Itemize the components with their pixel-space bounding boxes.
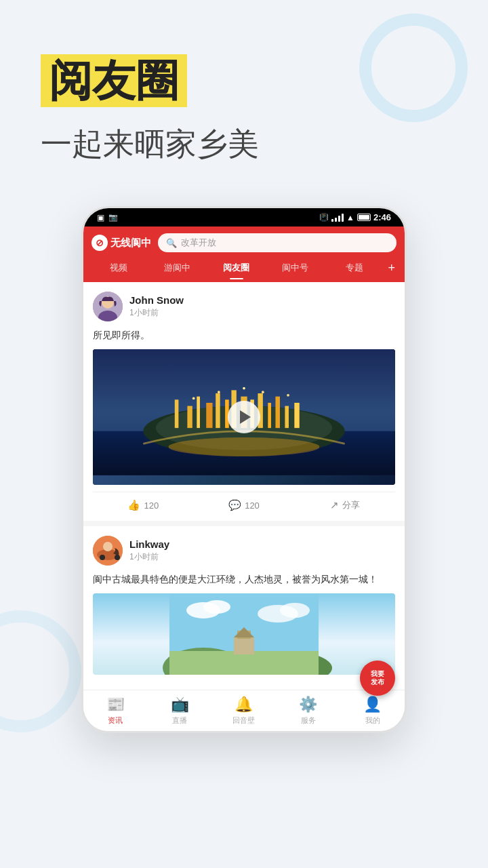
share-button[interactable]: ↗ 分享: [294, 499, 395, 511]
play-icon: [240, 410, 251, 424]
svg-rect-40: [234, 637, 254, 654]
svg-rect-10: [206, 403, 212, 428]
post-1-meta: John Snow 1小时前: [129, 294, 184, 319]
post-2-avatar: [93, 536, 123, 566]
hero-title: 阅友圈: [49, 57, 179, 104]
screen-icon: ▣: [97, 213, 104, 222]
news-label: 资讯: [108, 715, 123, 726]
svg-point-21: [192, 397, 195, 400]
status-left-icons: ▣ 📷: [97, 213, 118, 222]
post-2-text: 阆中古城最具特色的便是大江环绕，人杰地灵，被誉为风水第一城！: [93, 572, 395, 587]
comment-icon: 💬: [228, 499, 241, 511]
svg-rect-19: [285, 406, 289, 429]
svg-point-26: [169, 437, 320, 456]
app-name: 无线阆中: [110, 237, 151, 250]
svg-point-30: [115, 555, 120, 560]
svg-rect-18: [275, 397, 280, 428]
logo-icon: ⊘: [92, 235, 108, 251]
comment-button[interactable]: 💬 120: [194, 499, 295, 511]
bottom-nav-news[interactable]: 📰 资讯: [83, 690, 148, 731]
fab-line1: 我要: [371, 670, 384, 678]
hero-section: 阅友圈 一起来晒家乡美: [0, 0, 488, 193]
hero-title-highlight: 阅友圈: [41, 54, 187, 107]
profile-icon: 👤: [363, 696, 382, 713]
bottom-nav: 📰 资讯 📺 直播 🔔 回音壁 ⚙️ 服务 👤 我的: [83, 690, 405, 731]
battery-icon: [357, 214, 371, 221]
svg-point-22: [218, 391, 220, 394]
publish-fab-button[interactable]: 我要 发布: [360, 660, 395, 696]
search-placeholder-text: 改革开放: [181, 237, 216, 249]
post-1-header: John Snow 1小时前: [93, 292, 395, 321]
tab-tour[interactable]: 游阆中: [148, 259, 207, 277]
post-1-avatar: [93, 292, 123, 321]
svg-point-29: [103, 542, 113, 551]
app-logo: ⊘ 无线阆中: [92, 235, 151, 251]
post-1-media[interactable]: [93, 349, 395, 485]
svg-rect-17: [268, 403, 271, 428]
svg-point-34: [203, 600, 230, 614]
post-1-username: John Snow: [129, 294, 184, 306]
tab-account[interactable]: 阆中号: [266, 259, 325, 277]
svg-point-31: [100, 555, 105, 560]
svg-rect-9: [197, 397, 200, 428]
search-bar[interactable]: 🔍 改革开放: [158, 233, 396, 252]
share-icon: ↗: [330, 499, 339, 511]
vibrate-icon: 📳: [319, 213, 329, 222]
wifi-icon: ▲: [346, 213, 354, 222]
feed: John Snow 1小时前 所见即所得。: [83, 282, 405, 684]
app-header: ⊘ 无线阆中 🔍 改革开放: [83, 226, 405, 259]
like-button[interactable]: 👍 120: [93, 499, 194, 511]
post2-image: [93, 593, 395, 675]
svg-rect-8: [187, 406, 192, 429]
add-tab-button[interactable]: +: [384, 261, 399, 275]
live-icon: 📺: [171, 696, 189, 713]
echo-icon: 🔔: [235, 696, 253, 713]
fab-line2: 发布: [371, 678, 384, 686]
post-card-1: John Snow 1小时前 所见即所得。: [83, 282, 405, 521]
post-2-media[interactable]: [93, 593, 395, 675]
svg-point-23: [243, 387, 245, 390]
svg-rect-7: [175, 400, 179, 429]
clock: 2:46: [373, 212, 391, 222]
svg-point-25: [287, 394, 289, 397]
share-label: 分享: [342, 499, 360, 511]
bottom-nav-echo[interactable]: 🔔 回音壁: [212, 690, 277, 731]
tab-friend-circle[interactable]: 阅友圈: [207, 259, 266, 277]
status-right-icons: 📳 ▲ 2:46: [319, 212, 391, 222]
post-1-time: 1小时前: [129, 307, 184, 319]
profile-label: 我的: [365, 715, 380, 726]
service-icon: ⚙️: [299, 696, 317, 713]
bottom-nav-service[interactable]: ⚙️ 服务: [276, 690, 340, 731]
svg-point-36: [280, 603, 310, 618]
comment-count: 120: [245, 500, 260, 511]
svg-rect-11: [216, 393, 220, 428]
post-1-actions: 👍 120 💬 120 ↗ 分享: [93, 492, 395, 511]
post-card-2: Linkway 1小时前 阆中古城最具特色的便是大江环绕，人杰地灵，被誉为风水第…: [83, 526, 405, 684]
post-2-header: Linkway 1小时前: [93, 536, 395, 566]
nav-tabs: 视频 游阆中 阅友圈 阆中号 专题 +: [83, 259, 405, 282]
phone-frame: ▣ 📷 📳 ▲ 2:46 ⊘: [81, 206, 407, 733]
service-label: 服务: [301, 715, 316, 726]
like-icon: 👍: [127, 499, 140, 511]
post-2-meta: Linkway 1小时前: [129, 538, 169, 563]
post-2-username: Linkway: [129, 538, 169, 550]
status-bar: ▣ 📷 📳 ▲ 2:46: [83, 208, 405, 226]
bottom-nav-live[interactable]: 📺 直播: [148, 690, 212, 731]
tab-video[interactable]: 视频: [89, 259, 148, 277]
post-2-time: 1小时前: [129, 551, 169, 563]
svg-rect-20: [294, 403, 299, 428]
echo-label: 回音壁: [232, 715, 255, 726]
bottom-nav-profile[interactable]: 👤 我的: [340, 690, 405, 731]
search-icon: 🔍: [166, 238, 177, 248]
like-count: 120: [144, 500, 159, 511]
news-icon: 📰: [106, 696, 125, 713]
hero-subtitle: 一起来晒家乡美: [41, 123, 447, 165]
signal-icon: [331, 214, 344, 222]
phone-mockup: ▣ 📷 📳 ▲ 2:46 ⊘: [0, 206, 488, 733]
svg-rect-39: [169, 651, 319, 675]
post-1-text: 所见即所得。: [93, 328, 395, 342]
svg-point-24: [262, 391, 264, 394]
live-label: 直播: [172, 715, 187, 726]
tab-special[interactable]: 专题: [325, 259, 384, 277]
photo-icon: 📷: [108, 213, 118, 222]
